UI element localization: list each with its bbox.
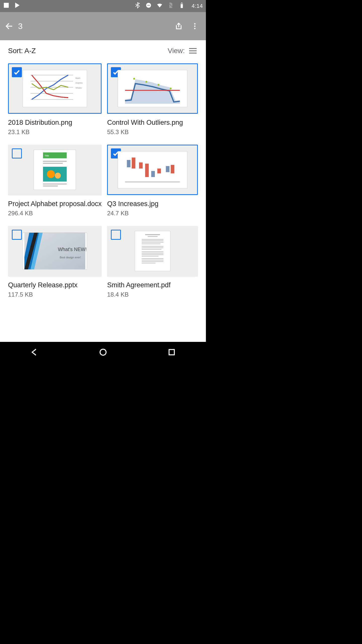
file-item[interactable]: Q3 Increases.jpg 24.7 KB — [107, 145, 198, 217]
svg-point-23 — [146, 81, 147, 83]
nav-home-button[interactable] — [96, 345, 111, 360]
svg-rect-28 — [43, 161, 67, 162]
share-button[interactable] — [171, 18, 187, 34]
svg-point-31 — [47, 170, 55, 178]
file-size: 18.4 KB — [107, 291, 198, 298]
svg-rect-33 — [43, 184, 67, 185]
android-status-bar: 4:14 — [0, 0, 206, 12]
svg-rect-41 — [157, 169, 161, 173]
slide-headline: What's NEW! — [58, 247, 87, 252]
svg-rect-58 — [142, 253, 163, 254]
svg-text:Title: Title — [44, 154, 49, 157]
slide-tagline: Best design ever! — [60, 256, 81, 259]
file-size: 24.7 KB — [107, 210, 198, 217]
file-thumbnail[interactable] — [107, 145, 198, 195]
svg-rect-29 — [43, 163, 63, 164]
svg-rect-42 — [166, 166, 170, 172]
svg-point-25 — [170, 88, 172, 89]
svg-rect-38 — [139, 163, 143, 169]
svg-rect-55 — [142, 248, 163, 248]
svg-rect-5 — [181, 3, 183, 4]
file-thumbnail[interactable] — [107, 226, 198, 276]
svg-rect-53 — [142, 244, 160, 244]
file-size: 55.3 KB — [107, 129, 198, 136]
svg-point-65 — [100, 349, 106, 355]
file-item[interactable]: Title Project Alphabet proposal.docx 296… — [8, 145, 102, 217]
file-checkbox[interactable] — [12, 148, 22, 158]
svg-rect-59 — [142, 255, 163, 255]
file-name: Smith Agreement.pdf — [107, 281, 198, 289]
svg-rect-36 — [127, 160, 131, 167]
svg-point-22 — [133, 78, 135, 80]
svg-rect-49 — [148, 236, 157, 237]
svg-rect-62 — [142, 260, 163, 260]
svg-rect-50 — [142, 239, 163, 240]
svg-point-8 — [194, 28, 195, 29]
sort-view-row: Sort: A-Z View: — [0, 40, 206, 60]
svg-text:Bears: Bears — [76, 77, 80, 79]
svg-rect-64 — [142, 263, 155, 263]
selection-count: 3 — [18, 22, 23, 31]
wifi-icon — [156, 2, 163, 10]
svg-rect-56 — [142, 249, 161, 250]
svg-rect-57 — [142, 252, 163, 252]
svg-text:Whales: Whales — [76, 87, 82, 89]
svg-point-24 — [158, 84, 159, 86]
do-not-disturb-icon — [145, 2, 152, 10]
svg-rect-43 — [171, 165, 174, 174]
svg-rect-63 — [142, 261, 163, 262]
file-item[interactable]: Bears Dolphins Whales 2018 Distribution.… — [8, 63, 102, 136]
file-size: 23.1 KB — [8, 129, 102, 136]
play-store-notif-icon — [14, 2, 21, 10]
file-size: 117.5 KB — [8, 291, 102, 298]
gallery-notif-icon — [3, 2, 10, 10]
svg-point-6 — [194, 23, 195, 24]
view-label: View: — [168, 47, 185, 55]
svg-rect-60 — [142, 256, 158, 257]
file-thumbnail[interactable]: Title — [8, 145, 102, 195]
file-name: Quarterly Release.pptx — [8, 281, 102, 289]
file-item[interactable]: Smith Agreement.pdf 18.4 KB — [107, 226, 198, 298]
file-size: 296.4 KB — [8, 210, 102, 217]
file-name: 2018 Distribution.png — [8, 119, 102, 127]
file-item[interactable]: Control With Outliers.png 55.3 KB — [107, 63, 198, 136]
svg-rect-39 — [145, 164, 149, 177]
svg-rect-40 — [151, 171, 155, 177]
no-sim-icon — [167, 2, 174, 10]
svg-rect-37 — [132, 158, 135, 169]
back-button[interactable] — [3, 20, 15, 32]
svg-rect-66 — [169, 349, 174, 355]
svg-rect-54 — [142, 246, 163, 247]
file-thumbnail[interactable]: What's NEW! Best design ever! — [8, 226, 102, 276]
file-grid: Bears Dolphins Whales 2018 Distribution.… — [0, 60, 206, 308]
file-item[interactable]: What's NEW! Best design ever! Quarterly … — [8, 226, 102, 298]
file-thumbnail[interactable] — [107, 63, 198, 114]
svg-text:Dolphins: Dolphins — [76, 82, 83, 84]
selection-app-bar: 3 — [0, 12, 206, 40]
svg-point-7 — [194, 25, 195, 27]
sort-button[interactable]: Sort: A-Z — [8, 47, 36, 55]
android-nav-bar — [0, 342, 206, 362]
file-name: Q3 Increases.jpg — [107, 200, 198, 208]
nav-back-button[interactable] — [27, 345, 42, 360]
svg-rect-61 — [142, 258, 163, 259]
file-checkbox[interactable] — [111, 230, 121, 240]
file-checkbox[interactable] — [12, 67, 22, 77]
bluetooth-icon — [134, 2, 141, 10]
file-browser-content: Sort: A-Z View: — [0, 40, 206, 342]
svg-rect-51 — [142, 241, 163, 241]
svg-rect-52 — [142, 242, 163, 243]
file-checkbox[interactable] — [12, 230, 22, 240]
file-thumbnail[interactable]: Bears Dolphins Whales — [8, 63, 102, 114]
svg-point-32 — [55, 173, 61, 179]
nav-recents-button[interactable] — [164, 345, 179, 360]
svg-rect-1 — [147, 5, 150, 6]
svg-rect-34 — [43, 186, 58, 187]
svg-rect-48 — [145, 234, 160, 235]
file-name: Control With Outliers.png — [107, 119, 198, 127]
battery-icon — [178, 2, 185, 10]
overflow-menu-button[interactable] — [187, 18, 203, 34]
view-toggle-button[interactable] — [187, 45, 199, 57]
status-clock: 4:14 — [192, 3, 203, 9]
file-name: Project Alphabet proposal.docx — [8, 200, 102, 208]
